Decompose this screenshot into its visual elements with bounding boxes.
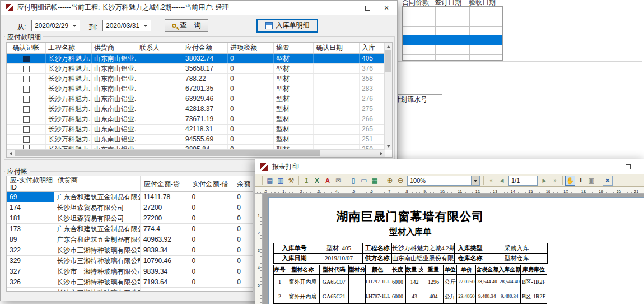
column-header[interactable]: 实付金额-借	[189, 176, 235, 191]
multi-page-icon[interactable]: ▦	[370, 176, 380, 186]
scroll-left-icon[interactable]	[10, 152, 12, 155]
preview-area[interactable]: 12345 湖南巨晟门窗幕墙有限公司 型材入库单 入库单号 型材_405 工程名…	[255, 194, 644, 304]
cell-detail-id[interactable]: 173	[7, 224, 54, 234]
confirm-checkbox[interactable]	[23, 106, 30, 113]
export-icon[interactable]: ↥	[301, 176, 311, 186]
close-preview-icon[interactable]: ×	[603, 176, 613, 186]
horizontal-scrollbar[interactable]	[7, 149, 385, 157]
table-row[interactable]: 长沙万科魅力... 山东南山铝业... 42818.37 0 型材 275	[7, 104, 392, 114]
confirm-checkbox[interactable]	[23, 86, 30, 93]
cell-detail-id[interactable]: 326	[7, 277, 54, 287]
inbound-detail-button[interactable]: 入库单明细	[256, 19, 318, 33]
tools-icon[interactable]: ⚒	[286, 176, 296, 186]
scrollbar-thumb[interactable]	[15, 150, 320, 156]
confirm-checkbox[interactable]	[23, 66, 30, 72]
from-date-select[interactable]: 2020/02/29	[31, 20, 80, 31]
query-button[interactable]: 查 询	[165, 19, 208, 32]
confirm-checkbox[interactable]	[23, 56, 30, 62]
cell-detail-id[interactable]	[7, 288, 54, 292]
table-row[interactable]: 长沙万科魅力... 山东南山铝业... 35658.17 0 型材 376	[7, 64, 392, 74]
column-header[interactable]: 摘要	[274, 43, 314, 53]
cell-detail-id[interactable]: 327	[7, 266, 54, 277]
prev-page-icon[interactable]: ◀	[497, 176, 507, 186]
cell-length: 6000	[390, 275, 406, 289]
table-row[interactable]: 长沙万科魅力... 山东南山铝业... 788.22 0 型材 358	[7, 74, 392, 84]
scroll-down-icon[interactable]	[387, 145, 390, 148]
table-row[interactable]: 长沙万科魅力... 山东南山铝业... 42118.31 0 型材 265	[7, 125, 392, 135]
copy-icon[interactable]: ▣	[586, 176, 596, 186]
table-row[interactable]: 326 长沙市三湘特种玻璃有限公司 7193.64 0 0	[7, 277, 253, 288]
table-row[interactable]: 长沙万科魅力... 山东南山铝业... 67201.35 0 型材 283	[7, 84, 392, 94]
table-row[interactable]: 长沙万科魅力... 山东南山铝业... 94555.69 0 型材 251	[7, 135, 392, 145]
column-header[interactable]: 应付金额-贷	[141, 176, 189, 191]
cell-detail-id[interactable]: 329	[7, 256, 54, 266]
table-row[interactable]: 322 长沙市三湘特种玻璃有限公司 9839.34 0 0	[7, 245, 253, 256]
last-page-icon[interactable]: »	[550, 176, 560, 186]
cell-detail-id[interactable]: 89	[7, 234, 54, 245]
column-header[interactable]: 联系人	[137, 43, 183, 53]
hand-tool-icon[interactable]: ✋	[565, 176, 575, 186]
column-header[interactable]: 确认日期	[314, 43, 360, 53]
title-bar[interactable]: 报表打印	[255, 159, 644, 174]
to-date-select[interactable]: 2020/03/31	[102, 20, 151, 31]
confirm-checkbox[interactable]	[23, 96, 30, 103]
table-row[interactable]: 长沙市三湘特种玻璃有限公司	[7, 288, 253, 292]
column-header[interactable]: 供货商	[54, 176, 141, 191]
cell-detail-id[interactable]: 322	[7, 245, 54, 255]
table-row[interactable]: 89 广东合和建筑五金制品有限公司 40963.92 0 0	[7, 234, 253, 245]
minimize-button[interactable]	[599, 159, 618, 174]
scroll-right-icon[interactable]	[380, 152, 382, 155]
first-page-icon[interactable]: «	[486, 176, 496, 186]
table-row[interactable]: 174 长沙坦森贸易有限公司 27200 0 0	[7, 202, 253, 213]
cell-detail-id[interactable]: 69	[7, 192, 54, 202]
column-header[interactable]: 供货商	[92, 43, 137, 53]
page-number-input[interactable]: 1/1	[508, 176, 538, 186]
confirm-checkbox[interactable]	[23, 116, 30, 123]
cell-confirm-date	[314, 94, 360, 104]
vertical-scrollbar[interactable]	[384, 43, 392, 150]
email-icon[interactable]: ✉	[333, 176, 343, 186]
column-header[interactable]: 工程名称	[46, 43, 92, 53]
chevron-down-icon[interactable]	[471, 176, 479, 185]
table-row[interactable]: 173 广东合和建筑五金制品有限公司 774.4 0 0	[7, 224, 253, 234]
column-header[interactable]: 应付金额	[183, 43, 228, 53]
pdf-export-icon[interactable]: A	[323, 176, 333, 186]
column-header[interactable]: 进项税额	[228, 43, 274, 53]
table-row[interactable]: 69 广东合和建筑五金制品有限公司 11411.78 0 0	[7, 192, 253, 202]
zoom-select[interactable]: 100%	[407, 176, 480, 186]
table-row[interactable]: 329 长沙市三湘特种玻璃有限公司 10790.46 0 0	[7, 256, 253, 266]
text-select-icon[interactable]: I	[576, 176, 586, 186]
column-header[interactable]: 余额	[234, 176, 253, 191]
table-row[interactable]: 181 长沙坦森贸易有限公司 27200 0 0	[7, 213, 253, 224]
table-row[interactable]: 327 长沙市三湘特种玻璃有限公司 9839.34 0 0	[7, 266, 253, 277]
page-actual-size-icon[interactable]: ▯	[348, 176, 358, 186]
zoom-out-icon[interactable]: ⊖	[395, 176, 405, 186]
toolbar-partial-icon[interactable]: ▌	[255, 176, 260, 186]
selected-row-highlight[interactable]	[403, 35, 502, 45]
close-button[interactable]: ×	[377, 1, 396, 15]
page-width-icon[interactable]: ▭	[359, 176, 369, 186]
column-header[interactable]: 应-实付款明细ID	[7, 176, 54, 191]
column-header[interactable]: 入库	[360, 43, 385, 53]
confirm-checkbox[interactable]	[23, 136, 30, 143]
next-page-icon[interactable]: ▶	[539, 176, 549, 186]
excel-export-icon[interactable]: X	[312, 176, 322, 186]
close-button[interactable]: ×	[637, 159, 644, 174]
minimize-button[interactable]	[339, 1, 358, 15]
print-icon[interactable]: ▤	[265, 176, 275, 186]
confirm-checkbox[interactable]	[23, 126, 30, 133]
table-row[interactable]: 长沙万科魅力... 山东南山铝业... 73671.19 0 型材 266	[7, 114, 392, 125]
column-header[interactable]: 确认记帐	[7, 43, 46, 53]
confirm-checkbox[interactable]	[23, 76, 30, 82]
zoom-in-icon[interactable]: ⊕	[385, 176, 395, 186]
cell-detail-id[interactable]: 181	[7, 213, 54, 223]
book-icon[interactable]: ▥	[276, 176, 286, 186]
table-row[interactable]: 长沙万科魅力... 山东南山铝业... 38032.74 0 型材 405	[7, 54, 392, 64]
scrollbar-thumb[interactable]	[385, 50, 391, 72]
title-bar[interactable]: 应付明细记帐------当前工程: 长沙万科魅力之城4.2期------当前用户…	[1, 1, 397, 15]
table-row[interactable]: 长沙万科魅力... 山东南山铝业... 63929.46 0 型材 276	[7, 94, 392, 104]
cell-detail-id[interactable]: 174	[7, 202, 54, 213]
maximize-button[interactable]	[618, 159, 637, 174]
scroll-up-icon[interactable]	[387, 45, 390, 48]
maximize-button[interactable]	[358, 1, 377, 15]
